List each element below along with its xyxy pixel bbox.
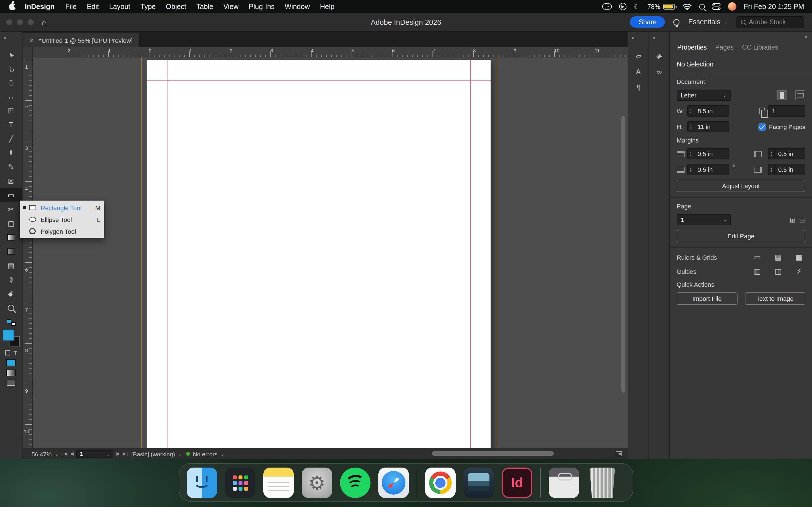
- share-button[interactable]: Share: [630, 16, 665, 27]
- zoom-tool[interactable]: [0, 301, 22, 315]
- free-transform-tool[interactable]: ▢: [0, 216, 22, 230]
- pages-count-field[interactable]: 1: [768, 105, 805, 117]
- delete-page-icon[interactable]: ⊟: [799, 216, 805, 223]
- smart-guides-icon[interactable]: ⚡: [793, 267, 805, 276]
- gradient-feather-tool[interactable]: [0, 244, 22, 259]
- formatting-affects-container-icon[interactable]: [5, 350, 10, 355]
- stepper-icon[interactable]: ▲▼: [688, 106, 694, 116]
- line-tool[interactable]: ╱: [0, 132, 22, 146]
- links-panel-icon[interactable]: ∞: [652, 64, 666, 79]
- strip2-expand[interactable]: «: [649, 32, 669, 47]
- wifi-icon[interactable]: [682, 3, 692, 10]
- now-playing-icon[interactable]: ▶: [619, 3, 626, 10]
- pages-panel-icon[interactable]: ▱: [631, 48, 646, 63]
- pasteboard[interactable]: [33, 57, 627, 448]
- user-avatar[interactable]: [728, 2, 737, 11]
- fill-color-chip[interactable]: [3, 330, 14, 341]
- zoom-window-button[interactable]: [28, 19, 34, 25]
- vertical-ruler[interactable]: 12345678910: [22, 57, 33, 448]
- gap-tool[interactable]: ↔: [0, 90, 22, 104]
- spotlight-icon[interactable]: [699, 4, 705, 9]
- flyout-item-polygon-tool[interactable]: Polygon Tool: [20, 225, 104, 237]
- note-tool[interactable]: ▤: [0, 259, 22, 273]
- menu-item-layout[interactable]: Layout: [104, 3, 135, 10]
- menu-item-help[interactable]: Help: [315, 3, 340, 10]
- text-to-image-button[interactable]: Text to Image: [745, 292, 805, 305]
- fill-stroke-selector[interactable]: [3, 330, 19, 346]
- gradient-tool[interactable]: [0, 230, 22, 244]
- dock-safari-icon[interactable]: [378, 467, 409, 498]
- document-grid-icon[interactable]: ▦: [793, 253, 805, 262]
- outside-margin-field[interactable]: ▲▼ 0.5 in: [768, 164, 805, 175]
- facing-pages-checkbox[interactable]: [758, 123, 766, 130]
- layers-panel-icon[interactable]: ◈: [652, 48, 666, 63]
- character-styles-panel-icon[interactable]: A: [631, 64, 646, 79]
- zoom-level-dropdown[interactable]: 56.47% ⌄: [32, 450, 59, 457]
- next-page-button[interactable]: ▶: [116, 452, 120, 456]
- adjust-layout-button[interactable]: Adjust Layout: [677, 180, 805, 192]
- rectangle-tool[interactable]: ▭: [0, 188, 22, 202]
- dock-finder-icon[interactable]: [187, 467, 217, 498]
- height-field[interactable]: ▲▼ 11 in: [688, 121, 729, 132]
- stepper-icon[interactable]: ▲▼: [688, 149, 694, 159]
- edit-page-button[interactable]: Edit Page: [677, 230, 805, 242]
- previous-page-button[interactable]: ◀: [70, 452, 73, 456]
- apply-gradient-button[interactable]: [6, 370, 16, 376]
- current-page-dropdown[interactable]: 1 ⌄: [677, 214, 731, 225]
- scissors-tool[interactable]: ✂: [0, 202, 22, 216]
- tools-panel-collapse[interactable]: »: [0, 32, 22, 47]
- close-window-button[interactable]: [6, 19, 12, 25]
- top-margin-field[interactable]: ▲▼ 0.5 in: [688, 148, 729, 159]
- content-collector-tool[interactable]: ⊞: [0, 104, 22, 118]
- eyedropper-tool[interactable]: ✐: [0, 273, 22, 287]
- stepper-icon[interactable]: ▲▼: [769, 149, 775, 159]
- apple-menu-icon[interactable]: [9, 3, 16, 10]
- inside-margin-field[interactable]: ▲▼ 0.5 in: [768, 148, 805, 159]
- menubar-clock[interactable]: Fri Feb 20 1:25 PM: [744, 3, 804, 10]
- page-number-field[interactable]: 1 ⌄: [77, 450, 114, 458]
- menu-item-edit[interactable]: Edit: [82, 3, 104, 10]
- menu-item-file[interactable]: File: [60, 3, 82, 10]
- width-field[interactable]: ▲▼ 8.5 in: [688, 105, 729, 117]
- hand-tool[interactable]: ☛: [0, 287, 22, 301]
- apply-color-button[interactable]: [6, 359, 16, 366]
- type-tool[interactable]: T: [0, 118, 22, 132]
- document-page[interactable]: [147, 60, 491, 448]
- menu-item-plugins[interactable]: Plug-Ins: [244, 3, 280, 10]
- landscape-orientation-button[interactable]: [795, 90, 805, 100]
- stepper-icon[interactable]: ▲▼: [688, 122, 694, 132]
- page-tool[interactable]: ▯: [0, 75, 22, 90]
- dock-photos-icon[interactable]: [463, 467, 494, 498]
- horizontal-ruler[interactable]: 2101234567891011: [33, 47, 627, 57]
- first-page-button[interactable]: ◀: [63, 452, 67, 456]
- screen-mode-button[interactable]: [7, 380, 15, 386]
- last-page-button[interactable]: ▶: [123, 452, 127, 456]
- vertical-scrollbar[interactable]: [621, 116, 625, 393]
- preflight-status-menu[interactable]: No errors ⌄: [186, 450, 225, 457]
- menu-item-view[interactable]: View: [218, 3, 244, 10]
- page-size-dropdown[interactable]: Letter ⌄: [677, 90, 731, 101]
- creative-cloud-icon[interactable]: ∞: [602, 3, 612, 10]
- menu-item-type[interactable]: Type: [135, 3, 161, 10]
- preflight-profile-menu[interactable]: [Basic] (working) ⌄: [132, 450, 182, 457]
- column-guides-icon[interactable]: ◫: [772, 267, 784, 276]
- baseline-grid-icon[interactable]: ▤: [772, 253, 784, 262]
- selection-tool[interactable]: ▲: [0, 47, 22, 61]
- properties-collapse[interactable]: »: [670, 32, 812, 40]
- dock-spotify-icon[interactable]: [340, 467, 370, 498]
- panel-toggle-icon[interactable]: [616, 451, 622, 456]
- close-tab-icon[interactable]: ✕: [29, 37, 34, 43]
- ruler-origin-box[interactable]: [22, 47, 33, 57]
- horizontal-scrollbar[interactable]: [432, 451, 554, 456]
- dock-notes-icon[interactable]: [263, 467, 294, 498]
- control-center-icon[interactable]: [712, 3, 721, 10]
- portrait-orientation-button[interactable]: [777, 90, 787, 100]
- document-tab[interactable]: ✕ *Untitled-1 @ 56% [GPU Preview]: [22, 33, 139, 47]
- default-fill-stroke-icon[interactable]: [6, 320, 15, 326]
- dock-indesign-icon[interactable]: Id: [502, 467, 532, 498]
- battery-indicator[interactable]: 78%: [647, 3, 675, 10]
- learn-lightbulb-icon[interactable]: [673, 19, 680, 25]
- dock-launchpad-icon[interactable]: [225, 467, 255, 498]
- menu-item-table[interactable]: Table: [192, 3, 218, 10]
- dock-system-settings-icon[interactable]: ⚙: [302, 467, 332, 498]
